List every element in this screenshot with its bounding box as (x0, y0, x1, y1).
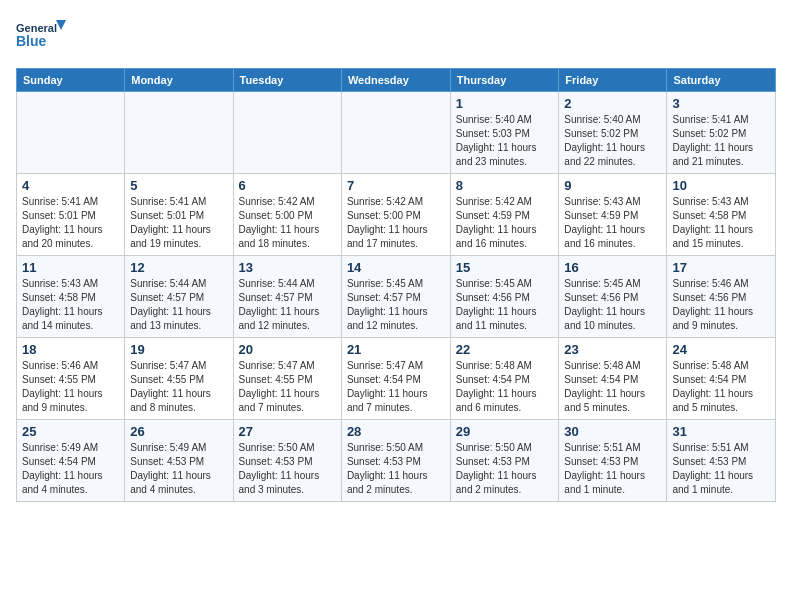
calendar-cell: 7Sunrise: 5:42 AM Sunset: 5:00 PM Daylig… (341, 174, 450, 256)
calendar-cell: 15Sunrise: 5:45 AM Sunset: 4:56 PM Dayli… (450, 256, 559, 338)
date-number: 6 (239, 178, 336, 193)
date-number: 4 (22, 178, 119, 193)
date-number: 26 (130, 424, 227, 439)
calendar-cell: 14Sunrise: 5:45 AM Sunset: 4:57 PM Dayli… (341, 256, 450, 338)
calendar-table: SundayMondayTuesdayWednesdayThursdayFrid… (16, 68, 776, 502)
date-number: 9 (564, 178, 661, 193)
calendar-cell: 23Sunrise: 5:48 AM Sunset: 4:54 PM Dayli… (559, 338, 667, 420)
cell-content: Sunrise: 5:50 AM Sunset: 4:53 PM Dayligh… (347, 441, 445, 497)
date-number: 7 (347, 178, 445, 193)
calendar-cell: 9Sunrise: 5:43 AM Sunset: 4:59 PM Daylig… (559, 174, 667, 256)
calendar-cell: 13Sunrise: 5:44 AM Sunset: 4:57 PM Dayli… (233, 256, 341, 338)
day-header-saturday: Saturday (667, 69, 776, 92)
date-number: 17 (672, 260, 770, 275)
calendar-cell: 19Sunrise: 5:47 AM Sunset: 4:55 PM Dayli… (125, 338, 233, 420)
calendar-cell: 27Sunrise: 5:50 AM Sunset: 4:53 PM Dayli… (233, 420, 341, 502)
day-header-monday: Monday (125, 69, 233, 92)
date-number: 28 (347, 424, 445, 439)
day-header-tuesday: Tuesday (233, 69, 341, 92)
cell-content: Sunrise: 5:51 AM Sunset: 4:53 PM Dayligh… (564, 441, 661, 497)
date-number: 30 (564, 424, 661, 439)
calendar-cell: 11Sunrise: 5:43 AM Sunset: 4:58 PM Dayli… (17, 256, 125, 338)
week-row-2: 4Sunrise: 5:41 AM Sunset: 5:01 PM Daylig… (17, 174, 776, 256)
calendar-cell: 3Sunrise: 5:41 AM Sunset: 5:02 PM Daylig… (667, 92, 776, 174)
cell-content: Sunrise: 5:48 AM Sunset: 4:54 PM Dayligh… (672, 359, 770, 415)
logo: General Blue (16, 16, 66, 60)
cell-content: Sunrise: 5:45 AM Sunset: 4:56 PM Dayligh… (456, 277, 554, 333)
cell-content: Sunrise: 5:47 AM Sunset: 4:55 PM Dayligh… (239, 359, 336, 415)
calendar-cell (17, 92, 125, 174)
date-number: 21 (347, 342, 445, 357)
cell-content: Sunrise: 5:42 AM Sunset: 4:59 PM Dayligh… (456, 195, 554, 251)
calendar-cell: 28Sunrise: 5:50 AM Sunset: 4:53 PM Dayli… (341, 420, 450, 502)
calendar-cell: 17Sunrise: 5:46 AM Sunset: 4:56 PM Dayli… (667, 256, 776, 338)
date-number: 1 (456, 96, 554, 111)
cell-content: Sunrise: 5:42 AM Sunset: 5:00 PM Dayligh… (347, 195, 445, 251)
cell-content: Sunrise: 5:47 AM Sunset: 4:55 PM Dayligh… (130, 359, 227, 415)
cell-content: Sunrise: 5:46 AM Sunset: 4:55 PM Dayligh… (22, 359, 119, 415)
cell-content: Sunrise: 5:50 AM Sunset: 4:53 PM Dayligh… (239, 441, 336, 497)
date-number: 3 (672, 96, 770, 111)
date-number: 20 (239, 342, 336, 357)
calendar-cell: 31Sunrise: 5:51 AM Sunset: 4:53 PM Dayli… (667, 420, 776, 502)
cell-content: Sunrise: 5:42 AM Sunset: 5:00 PM Dayligh… (239, 195, 336, 251)
cell-content: Sunrise: 5:44 AM Sunset: 4:57 PM Dayligh… (130, 277, 227, 333)
calendar-cell: 4Sunrise: 5:41 AM Sunset: 5:01 PM Daylig… (17, 174, 125, 256)
cell-content: Sunrise: 5:41 AM Sunset: 5:01 PM Dayligh… (22, 195, 119, 251)
cell-content: Sunrise: 5:40 AM Sunset: 5:02 PM Dayligh… (564, 113, 661, 169)
date-number: 5 (130, 178, 227, 193)
calendar-cell (125, 92, 233, 174)
calendar-cell: 26Sunrise: 5:49 AM Sunset: 4:53 PM Dayli… (125, 420, 233, 502)
week-row-5: 25Sunrise: 5:49 AM Sunset: 4:54 PM Dayli… (17, 420, 776, 502)
date-number: 22 (456, 342, 554, 357)
cell-content: Sunrise: 5:49 AM Sunset: 4:53 PM Dayligh… (130, 441, 227, 497)
week-row-3: 11Sunrise: 5:43 AM Sunset: 4:58 PM Dayli… (17, 256, 776, 338)
date-number: 29 (456, 424, 554, 439)
date-number: 31 (672, 424, 770, 439)
cell-content: Sunrise: 5:43 AM Sunset: 4:59 PM Dayligh… (564, 195, 661, 251)
cell-content: Sunrise: 5:41 AM Sunset: 5:02 PM Dayligh… (672, 113, 770, 169)
week-row-1: 1Sunrise: 5:40 AM Sunset: 5:03 PM Daylig… (17, 92, 776, 174)
cell-content: Sunrise: 5:51 AM Sunset: 4:53 PM Dayligh… (672, 441, 770, 497)
calendar-cell: 21Sunrise: 5:47 AM Sunset: 4:54 PM Dayli… (341, 338, 450, 420)
calendar-cell: 6Sunrise: 5:42 AM Sunset: 5:00 PM Daylig… (233, 174, 341, 256)
cell-content: Sunrise: 5:45 AM Sunset: 4:57 PM Dayligh… (347, 277, 445, 333)
cell-content: Sunrise: 5:50 AM Sunset: 4:53 PM Dayligh… (456, 441, 554, 497)
date-number: 11 (22, 260, 119, 275)
header-row: SundayMondayTuesdayWednesdayThursdayFrid… (17, 69, 776, 92)
date-number: 24 (672, 342, 770, 357)
calendar-cell: 5Sunrise: 5:41 AM Sunset: 5:01 PM Daylig… (125, 174, 233, 256)
day-header-thursday: Thursday (450, 69, 559, 92)
calendar-cell (341, 92, 450, 174)
cell-content: Sunrise: 5:45 AM Sunset: 4:56 PM Dayligh… (564, 277, 661, 333)
date-number: 2 (564, 96, 661, 111)
calendar-cell: 2Sunrise: 5:40 AM Sunset: 5:02 PM Daylig… (559, 92, 667, 174)
calendar-cell: 30Sunrise: 5:51 AM Sunset: 4:53 PM Dayli… (559, 420, 667, 502)
svg-text:Blue: Blue (16, 33, 47, 49)
cell-content: Sunrise: 5:48 AM Sunset: 4:54 PM Dayligh… (456, 359, 554, 415)
date-number: 27 (239, 424, 336, 439)
calendar-cell: 18Sunrise: 5:46 AM Sunset: 4:55 PM Dayli… (17, 338, 125, 420)
cell-content: Sunrise: 5:49 AM Sunset: 4:54 PM Dayligh… (22, 441, 119, 497)
calendar-cell: 20Sunrise: 5:47 AM Sunset: 4:55 PM Dayli… (233, 338, 341, 420)
cell-content: Sunrise: 5:47 AM Sunset: 4:54 PM Dayligh… (347, 359, 445, 415)
date-number: 23 (564, 342, 661, 357)
calendar-cell (233, 92, 341, 174)
cell-content: Sunrise: 5:48 AM Sunset: 4:54 PM Dayligh… (564, 359, 661, 415)
day-header-sunday: Sunday (17, 69, 125, 92)
date-number: 18 (22, 342, 119, 357)
calendar-cell: 1Sunrise: 5:40 AM Sunset: 5:03 PM Daylig… (450, 92, 559, 174)
calendar-cell: 29Sunrise: 5:50 AM Sunset: 4:53 PM Dayli… (450, 420, 559, 502)
date-number: 8 (456, 178, 554, 193)
cell-content: Sunrise: 5:40 AM Sunset: 5:03 PM Dayligh… (456, 113, 554, 169)
logo-svg: General Blue (16, 16, 66, 60)
calendar-cell: 16Sunrise: 5:45 AM Sunset: 4:56 PM Dayli… (559, 256, 667, 338)
date-number: 14 (347, 260, 445, 275)
cell-content: Sunrise: 5:43 AM Sunset: 4:58 PM Dayligh… (22, 277, 119, 333)
svg-marker-2 (56, 20, 66, 30)
cell-content: Sunrise: 5:44 AM Sunset: 4:57 PM Dayligh… (239, 277, 336, 333)
week-row-4: 18Sunrise: 5:46 AM Sunset: 4:55 PM Dayli… (17, 338, 776, 420)
calendar-cell: 24Sunrise: 5:48 AM Sunset: 4:54 PM Dayli… (667, 338, 776, 420)
calendar-cell: 12Sunrise: 5:44 AM Sunset: 4:57 PM Dayli… (125, 256, 233, 338)
date-number: 16 (564, 260, 661, 275)
